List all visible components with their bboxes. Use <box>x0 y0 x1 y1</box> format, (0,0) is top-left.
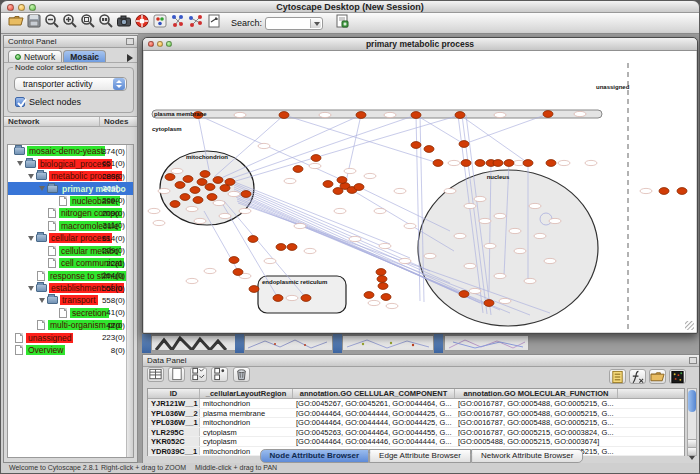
network-node[interactable] <box>229 257 239 264</box>
node-label-oval[interactable] <box>479 218 491 223</box>
column-header-3[interactable]: annotation.GO MOLECULAR_FUNCTION <box>455 389 618 398</box>
network-edge[interactable] <box>234 185 430 271</box>
network-node[interactable] <box>356 112 366 119</box>
network-node[interactable] <box>183 176 193 183</box>
network-node[interactable] <box>287 244 297 251</box>
delete-attr-icon[interactable] <box>233 367 250 382</box>
node-label-oval[interactable] <box>574 111 586 116</box>
node-label-oval[interactable] <box>494 112 506 117</box>
node-label-oval[interactable] <box>258 143 270 148</box>
network-node[interactable] <box>233 269 243 276</box>
background-window-fragment[interactable] <box>244 335 333 351</box>
node-label-oval[interactable] <box>424 253 436 258</box>
tab-network-attribute-browser[interactable]: Network Attribute Browser <box>471 449 583 463</box>
table-row[interactable]: YJR121W__1mitochondrion[GO:0045267, GO:0… <box>148 399 684 409</box>
node-label-oval[interactable] <box>158 188 170 193</box>
tree-item-cellular-metabo[interactable]: cellular metabo209(0) <box>8 245 133 257</box>
expand-triangle-icon[interactable] <box>28 174 34 179</box>
node-label-oval[interactable] <box>368 300 380 305</box>
network-node[interactable] <box>424 146 434 153</box>
column-header-2[interactable]: annotation.GO CELLULAR_COMPONENT <box>293 389 455 398</box>
node-label-oval[interactable] <box>524 278 536 283</box>
network-node[interactable] <box>459 141 469 148</box>
zoom-in-icon[interactable] <box>61 13 79 30</box>
node-label-oval[interactable] <box>264 258 276 263</box>
table-scrollbar[interactable] <box>687 388 697 456</box>
background-window-fragment[interactable] <box>342 335 434 351</box>
expand-triangle-icon[interactable] <box>28 286 34 291</box>
snapshot-camera-icon[interactable] <box>115 13 133 30</box>
network-node[interactable] <box>364 292 374 299</box>
node-label-oval[interactable] <box>153 220 165 225</box>
network-node[interactable] <box>248 236 258 243</box>
network-node[interactable] <box>225 179 235 186</box>
scroll-down-icon[interactable] <box>688 447 696 455</box>
node-label-oval[interactable] <box>194 218 206 223</box>
node-label-oval[interactable] <box>474 196 486 201</box>
node-label-oval[interactable] <box>304 248 316 253</box>
tree-item-transport[interactable]: transport558(0) <box>8 294 133 306</box>
matrix-icon[interactable] <box>669 369 686 384</box>
help-lifesaver-icon[interactable] <box>133 13 151 30</box>
node-label-oval[interactable] <box>544 258 556 263</box>
function-builder-icon[interactable] <box>629 369 646 384</box>
node-label-oval[interactable] <box>386 303 398 308</box>
network-edge[interactable] <box>214 115 284 177</box>
column-header-1[interactable]: _cellularLayoutRegion <box>200 389 293 398</box>
network-node[interactable] <box>207 194 217 201</box>
network-node[interactable] <box>493 160 503 167</box>
compartment-plasma-membrane[interactable] <box>152 110 602 118</box>
node-color-dropdown[interactable]: transporter activity <box>14 77 127 91</box>
network-node[interactable] <box>659 188 669 195</box>
layout-a-icon[interactable] <box>169 13 187 30</box>
tree-item-cell-communicat[interactable]: cell communicat22(0) <box>8 257 133 269</box>
tree-item-nucleobase-[interactable]: nucleobase-209(0) <box>8 195 133 207</box>
network-node[interactable] <box>378 283 388 290</box>
annotation-page-icon[interactable] <box>205 13 223 30</box>
network-node[interactable] <box>213 177 223 184</box>
vizmapper-icon[interactable] <box>151 13 169 30</box>
node-label-oval[interactable] <box>499 298 511 303</box>
node-label-oval[interactable] <box>448 160 460 165</box>
node-label-oval[interactable] <box>404 223 416 228</box>
network-node[interactable] <box>523 160 533 167</box>
select-nodes-checkbox[interactable] <box>15 97 25 107</box>
tree-item-macromolecule[interactable]: macromolecule311(0) <box>8 220 133 232</box>
network-node[interactable] <box>205 184 215 191</box>
node-label-oval[interactable] <box>349 236 361 241</box>
scrollbar-thumb[interactable] <box>688 390 696 412</box>
node-label-oval[interactable] <box>204 268 216 273</box>
network-node[interactable] <box>323 181 333 188</box>
node-label-oval[interactable] <box>549 218 561 223</box>
tree-item-metabolic-process[interactable]: metabolic process280(0) <box>8 170 133 182</box>
node-label-oval[interactable] <box>171 168 183 173</box>
import-attrs-icon[interactable] <box>649 369 666 384</box>
tree-item-overview[interactable]: Overview8(0) <box>8 344 133 356</box>
network-node[interactable] <box>546 160 556 167</box>
node-label-oval[interactable] <box>186 278 198 283</box>
dropdown-stepper-icon[interactable] <box>113 78 125 90</box>
float-panel-icon[interactable] <box>126 38 134 45</box>
node-label-oval[interactable] <box>529 203 541 208</box>
network-node[interactable] <box>279 112 289 119</box>
network-node[interactable] <box>337 177 347 184</box>
tab-network[interactable]: Network <box>8 50 62 62</box>
network-node[interactable] <box>241 191 251 198</box>
plugin-page-icon[interactable] <box>333 13 351 30</box>
title-bar[interactable]: Cytoscape Desktop (New Session) <box>1 1 699 13</box>
network-node[interactable] <box>381 294 391 301</box>
node-label-oval[interactable] <box>379 243 391 248</box>
network-node[interactable] <box>459 291 469 298</box>
attr-list-icon[interactable] <box>609 369 626 384</box>
table-row[interactable]: YPL036W__1mitochondrion[GO:0044464, GO:0… <box>148 418 684 428</box>
network-window-titlebar[interactable]: primary metabolic process <box>143 38 697 51</box>
network-node[interactable] <box>193 197 203 204</box>
node-label-oval[interactable] <box>494 273 506 278</box>
node-label-oval[interactable] <box>464 203 476 208</box>
node-label-oval[interactable] <box>469 288 481 293</box>
network-node[interactable] <box>293 166 303 173</box>
float-panel-icon[interactable] <box>689 357 697 364</box>
tab-edge-attribute-browser[interactable]: Edge Attribute Browser <box>369 449 471 463</box>
network-node[interactable] <box>504 160 514 167</box>
network-canvas[interactable]: plasma membranecytoplasmmitochondrionnuc… <box>144 51 696 332</box>
